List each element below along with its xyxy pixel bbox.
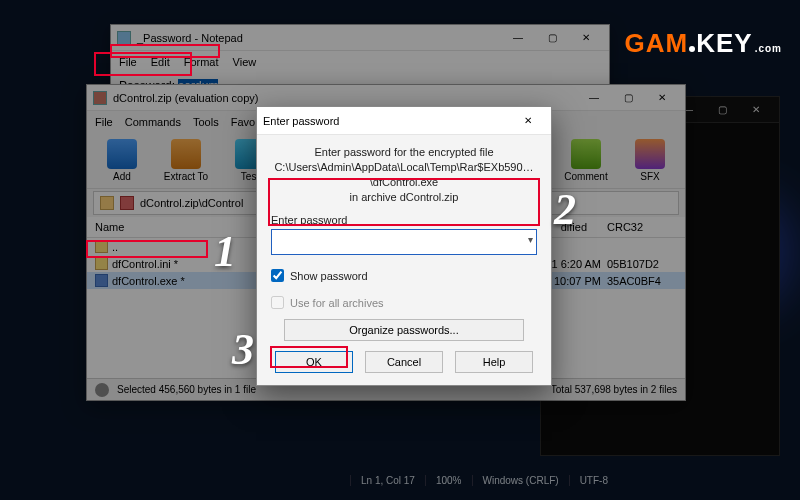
path-text: dControl.zip\dControl <box>140 197 243 209</box>
extract-button[interactable]: Extract To <box>159 139 213 182</box>
status-total: Total 537,698 bytes in 2 files <box>551 384 677 395</box>
sfx-icon <box>635 139 665 169</box>
menu-file[interactable]: File <box>119 56 137 68</box>
status-encoding: UTF-8 <box>569 475 618 486</box>
menu-tools[interactable]: Tools <box>193 116 219 128</box>
close-button[interactable]: ✕ <box>645 87 679 109</box>
maximize-button[interactable]: ▢ <box>611 87 645 109</box>
step-3-label: 3 <box>232 324 254 375</box>
show-password-box[interactable] <box>271 269 284 282</box>
menu-view[interactable]: View <box>233 56 257 68</box>
status-zoom: 100% <box>425 475 472 486</box>
notepad-titlebar[interactable]: _Password - Notepad — ▢ ✕ <box>111 25 609 51</box>
menu-edit[interactable]: Edit <box>151 56 170 68</box>
dialog-title: Enter password <box>263 115 511 127</box>
extract-icon <box>171 139 201 169</box>
maximize-button[interactable]: ▢ <box>535 27 569 49</box>
add-icon <box>107 139 137 169</box>
col-name[interactable]: Name <box>95 221 265 233</box>
password-dialog: Enter password ✕ Enter password for the … <box>256 106 552 386</box>
organize-passwords-button[interactable]: Organize passwords... <box>284 319 524 341</box>
comment-icon <box>571 139 601 169</box>
notepad-icon <box>117 31 131 45</box>
col-crc[interactable]: CRC32 <box>607 221 677 233</box>
notepad-title: _Password - Notepad <box>137 32 501 44</box>
minimize-button[interactable]: — <box>501 27 535 49</box>
notepad-menubar: File Edit Format View <box>111 51 609 73</box>
minimize-button[interactable]: — <box>577 87 611 109</box>
gamikey-watermark: GAMKEY.com <box>625 28 782 59</box>
use-all-checkbox[interactable]: Use for all archives <box>271 296 537 309</box>
archive-icon <box>120 196 134 210</box>
folder-icon <box>95 240 108 253</box>
close-button[interactable]: ✕ <box>511 110 545 132</box>
winrar-title: dControl.zip (evaluation copy) <box>113 92 577 104</box>
close-button[interactable]: ✕ <box>739 99 773 121</box>
sfx-button[interactable]: SFX <box>623 139 677 182</box>
show-password-checkbox[interactable]: Show password <box>271 269 537 282</box>
exe-icon <box>95 274 108 287</box>
close-button[interactable]: ✕ <box>569 27 603 49</box>
up-folder-icon[interactable] <box>100 196 114 210</box>
menu-commands[interactable]: Commands <box>125 116 181 128</box>
cancel-button[interactable]: Cancel <box>365 351 443 373</box>
ok-button[interactable]: OK <box>275 351 353 373</box>
status-caret: Ln 1, Col 17 <box>350 475 425 486</box>
notepad-statusbar: Ln 1, Col 17 100% Windows (CRLF) UTF-8 <box>350 470 730 490</box>
maximize-button[interactable]: ▢ <box>705 99 739 121</box>
status-selected: Selected 456,560 bytes in 1 file <box>117 384 256 395</box>
menu-file[interactable]: File <box>95 116 113 128</box>
dialog-titlebar[interactable]: Enter password ✕ <box>257 107 551 135</box>
step-2-label: 2 <box>554 184 576 235</box>
step-1-label: 1 <box>214 226 236 277</box>
add-button[interactable]: Add <box>95 139 149 182</box>
menu-format[interactable]: Format <box>184 56 219 68</box>
file-icon <box>95 257 108 270</box>
password-field-label: Enter password <box>271 214 537 226</box>
winrar-icon <box>93 91 107 105</box>
use-all-box[interactable] <box>271 296 284 309</box>
status-eol: Windows (CRLF) <box>472 475 569 486</box>
help-button[interactable]: Help <box>455 351 533 373</box>
dialog-message: Enter password for the encrypted file C:… <box>271 145 537 204</box>
disk-icon <box>95 383 109 397</box>
password-input[interactable] <box>271 229 537 255</box>
comment-button[interactable]: Comment <box>559 139 613 182</box>
